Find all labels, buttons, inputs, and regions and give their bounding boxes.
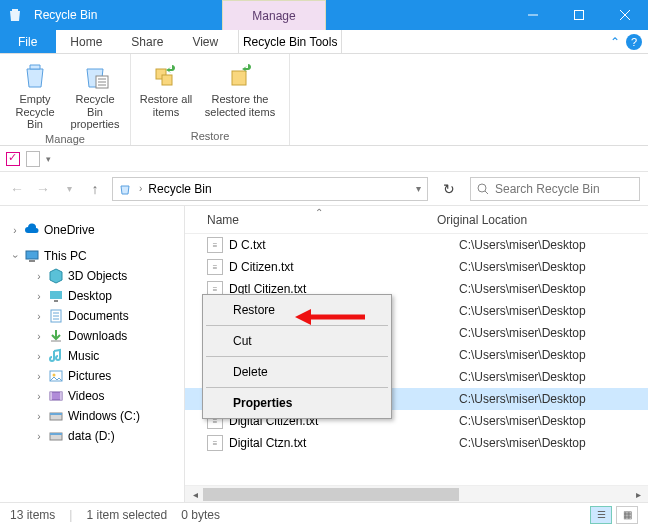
tree-this-pc[interactable]: › This PC	[4, 246, 180, 266]
recycle-bin-properties-button[interactable]: Recycle Bin properties	[66, 57, 124, 131]
chevron-right-icon[interactable]: ›	[34, 311, 44, 322]
file-location: C:\Users\miser\Desktop	[459, 238, 586, 252]
tree-item-label: 3D Objects	[68, 269, 127, 283]
tab-file[interactable]: File	[0, 30, 56, 53]
file-location: C:\Users\miser\Desktop	[459, 304, 586, 318]
file-location: C:\Users\miser\Desktop	[459, 370, 586, 384]
minimize-button[interactable]	[510, 0, 556, 30]
sort-indicator-icon: ⌃	[315, 207, 323, 218]
help-icon[interactable]: ?	[626, 34, 642, 50]
tree-item[interactable]: ›Desktop	[4, 286, 180, 306]
restore-selected-button[interactable]: Restore the selected items	[197, 57, 283, 128]
tree-item-label: Pictures	[68, 369, 111, 383]
address-dropdown-icon[interactable]: ▾	[414, 183, 423, 194]
cloud-icon	[24, 222, 40, 238]
scroll-left-icon[interactable]: ◂	[187, 489, 203, 500]
file-location: C:\Users\miser\Desktop	[459, 282, 586, 296]
pics-icon	[48, 368, 64, 384]
item-count: 13 items	[10, 508, 55, 522]
context-properties[interactable]: Properties	[205, 390, 389, 416]
svg-rect-15	[50, 413, 62, 415]
horizontal-scrollbar[interactable]: ◂ ▸	[185, 485, 648, 502]
selection-size: 0 bytes	[181, 508, 220, 522]
tab-view[interactable]: View	[178, 30, 233, 53]
scroll-right-icon[interactable]: ▸	[630, 489, 646, 500]
svg-rect-13	[50, 392, 62, 400]
column-headers[interactable]: ⌃ Name Original Location	[185, 206, 648, 234]
chevron-right-icon[interactable]: ›	[34, 351, 44, 362]
dropdown-caret-icon[interactable]: ▾	[46, 154, 51, 164]
tree-item[interactable]: ›Downloads	[4, 326, 180, 346]
tab-share[interactable]: Share	[117, 30, 178, 53]
context-restore[interactable]: Restore	[205, 297, 389, 323]
checkbox-toggle[interactable]	[6, 152, 20, 166]
tree-item-label: Videos	[68, 389, 104, 403]
docs-icon	[48, 308, 64, 324]
file-name: D C.txt	[229, 238, 459, 252]
column-original-location[interactable]: Original Location	[437, 213, 527, 227]
tree-item-label: Music	[68, 349, 99, 363]
status-bar: 13 items | 1 item selected 0 bytes ☰ ▦	[0, 502, 648, 526]
tree-item-label: Desktop	[68, 289, 112, 303]
chevron-right-icon[interactable]: ›	[34, 411, 44, 422]
chevron-down-icon[interactable]: ›	[10, 251, 21, 261]
file-row[interactable]: ≡Digital Ctzn.txtC:\Users\miser\Desktop	[185, 432, 648, 454]
restore-all-button[interactable]: Restore all items	[137, 57, 195, 128]
chevron-right-icon[interactable]: ›	[10, 225, 20, 236]
breadcrumb[interactable]: Recycle Bin	[148, 182, 211, 196]
tree-item[interactable]: ›Videos	[4, 386, 180, 406]
chevron-right-icon[interactable]: ›	[34, 271, 44, 282]
tree-item[interactable]: ›Windows (C:)	[4, 406, 180, 426]
navigation-bar: ← → ▾ ↑ › Recycle Bin ▾ ↻ Search Recycle…	[0, 172, 648, 206]
chevron-right-icon[interactable]: ›	[34, 331, 44, 342]
details-view-button[interactable]: ☰	[590, 506, 612, 524]
tab-home[interactable]: Home	[56, 30, 117, 53]
svg-rect-6	[26, 251, 38, 259]
tree-onedrive[interactable]: › OneDrive	[4, 220, 180, 240]
tree-item[interactable]: ›Music	[4, 346, 180, 366]
chevron-right-icon[interactable]: ›	[34, 291, 44, 302]
disk-icon	[48, 408, 64, 424]
forward-button[interactable]: →	[34, 181, 52, 197]
empty-recycle-bin-button[interactable]: Empty Recycle Bin	[6, 57, 64, 131]
refresh-button[interactable]: ↻	[436, 177, 462, 201]
file-row[interactable]: ≡D C.txtC:\Users\miser\Desktop	[185, 234, 648, 256]
tab-recycle-bin-tools[interactable]: Recycle Bin Tools	[238, 30, 342, 53]
navigation-tree[interactable]: › OneDrive › This PC ›3D Objects›Desktop…	[0, 206, 185, 502]
tree-item[interactable]: ›Documents	[4, 306, 180, 326]
back-button[interactable]: ←	[8, 181, 26, 197]
maximize-button[interactable]	[556, 0, 602, 30]
chevron-right-icon[interactable]: ›	[34, 391, 44, 402]
context-cut[interactable]: Cut	[205, 328, 389, 354]
up-button[interactable]: ↑	[86, 181, 104, 197]
recycle-bin-properties-icon	[79, 59, 111, 91]
title-bar: Recycle Bin Manage	[0, 0, 648, 30]
chevron-right-icon[interactable]: ›	[34, 371, 44, 382]
ribbon: Empty Recycle Bin Recycle Bin properties…	[0, 54, 648, 146]
recent-dropdown[interactable]: ▾	[60, 183, 78, 194]
ribbon-group-restore: Restore all items Restore the selected i…	[131, 54, 290, 145]
collapse-ribbon-icon[interactable]: ⌃	[610, 35, 620, 49]
file-location: C:\Users\miser\Desktop	[459, 326, 586, 340]
thumbnails-view-button[interactable]: ▦	[616, 506, 638, 524]
ribbon-tabs: File Home Share View Recycle Bin Tools ⌃…	[0, 30, 648, 54]
svg-point-5	[478, 184, 486, 192]
tree-item[interactable]: ›data (D:)	[4, 426, 180, 446]
tree-item[interactable]: ›Pictures	[4, 366, 180, 386]
context-delete[interactable]: Delete	[205, 359, 389, 385]
tree-item[interactable]: ›3D Objects	[4, 266, 180, 286]
svg-rect-9	[54, 300, 58, 302]
context-menu: Restore Cut Delete Properties	[202, 294, 392, 419]
scrollbar-thumb[interactable]	[203, 488, 459, 501]
chevron-right-icon[interactable]: ›	[137, 183, 144, 194]
recycle-bin-icon	[0, 0, 30, 30]
text-file-icon: ≡	[207, 259, 223, 275]
tree-item-label: Windows (C:)	[68, 409, 140, 423]
close-button[interactable]	[602, 0, 648, 30]
chevron-right-icon[interactable]: ›	[34, 431, 44, 442]
tree-item-label: Documents	[68, 309, 129, 323]
file-row[interactable]: ≡D Citizen.txtC:\Users\miser\Desktop	[185, 256, 648, 278]
restore-selected-icon	[224, 59, 256, 91]
search-input[interactable]: Search Recycle Bin	[470, 177, 640, 201]
address-bar[interactable]: › Recycle Bin ▾	[112, 177, 428, 201]
